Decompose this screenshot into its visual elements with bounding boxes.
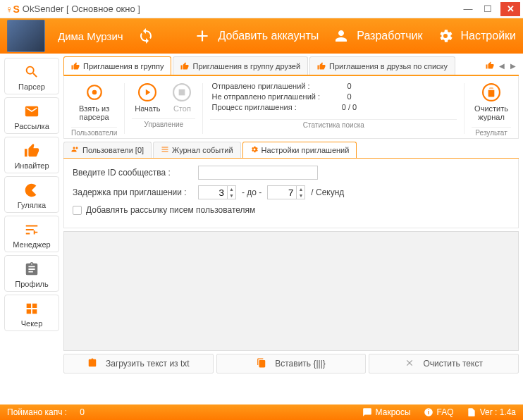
btn-label: Вставить {|||} [275,359,326,369]
window-title: OkSender [ Основное окно ] [23,4,140,14]
play-icon [137,82,158,103]
clear-text-button[interactable]: Очистить текст [369,354,519,373]
close-button[interactable]: ✕ [500,2,520,16]
sidebar-item-mailing[interactable]: Рассылка [4,97,59,134]
sliders-icon [23,221,41,239]
subtab-log[interactable]: Журнал событий [153,142,240,158]
delay-to-stepper[interactable]: ▲▼ [267,185,305,199]
settings-label: Настройки [461,30,516,42]
btn-label: Взять из парсера [79,104,109,121]
spin-up-icon[interactable]: ▲ [297,186,304,192]
take-from-parser-button[interactable]: Взять из парсера [76,80,112,123]
delay-from-input[interactable] [199,186,227,199]
macros-label: Макросы [376,407,411,417]
add-accounts-button[interactable]: Добавить аккаунты [192,26,319,46]
delay-to-input[interactable] [268,186,296,199]
spin-up-icon[interactable]: ▲ [228,186,235,192]
spin-down-icon[interactable]: ▼ [297,192,304,199]
subtab-users[interactable]: Пользователи [0] [63,142,152,158]
sidebar-item-profile[interactable]: Профиль [4,255,59,292]
header: Дима Мурзич Добавить аккаунты Разработчи… [0,18,523,54]
btn-label: Стоп [173,104,191,113]
svg-text:i: i [427,409,429,416]
svg-point-1 [92,90,97,95]
users-icon [71,145,80,155]
delay-unit: / Секунд [311,187,344,197]
stat-notsent-value: 0 [331,92,367,101]
stats-block: Отправлено приглашений :0 Не отправлено … [210,80,368,115]
developer-button[interactable]: Разработчик [331,26,422,46]
sidebar: Парсер Рассылка Инвайтер Гулялка Менедже… [0,54,63,404]
statusbar: Поймано капч : 0 Макросы i FAQ Ver : 1.4… [0,404,523,420]
tab-scroll-left[interactable]: ◀ [496,62,507,70]
list-icon [161,145,169,155]
group-label-control: Управление [132,118,195,128]
tab-label: Приглашения в друзья по списку [329,62,448,70]
titlebar: ♀S OkSender [ Основное окно ] — ☐ ✕ [0,0,523,18]
refresh-icon [136,26,156,46]
sidebar-item-checker[interactable]: Чекер [4,295,59,331]
developer-label: Разработчик [357,30,422,42]
group-label-result: Результат [472,127,511,137]
start-button[interactable]: Начать [132,80,163,114]
spin-down-icon[interactable]: ▼ [228,192,235,199]
version-text: Ver : 1.4a [480,407,516,417]
svg-rect-4 [179,89,185,96]
clipboard-icon [23,260,41,278]
thumb-up-icon [180,62,189,70]
paste-macro-button[interactable]: Вставить {|||} [216,354,367,373]
gear-icon [436,26,455,46]
mailing-checkbox-row[interactable]: Добавлять рассылку писем пользователям [73,205,510,215]
avatar [7,20,45,52]
tab-invite-friends-group[interactable]: Приглашения в группу друзей [173,56,308,75]
checkbox-label: Добавлять рассылку писем пользователям [86,205,255,215]
tab-invite-friends-list[interactable]: Приглашения в друзья по списку [309,56,455,75]
x-icon [405,358,414,370]
stop-button[interactable]: Стоп [168,80,195,114]
community-id-input[interactable] [198,166,318,180]
load-txt-button[interactable]: Загрузить текст из txt [63,354,214,373]
message-textarea[interactable] [63,231,519,351]
sidebar-item-manager[interactable]: Менеджер [4,216,59,252]
faq-button[interactable]: i FAQ [424,407,454,417]
stop-icon [171,82,192,103]
sidebar-item-inviter[interactable]: Инвайтер [4,137,59,173]
captcha-label: Поймано капч : [7,407,67,417]
sidebar-label: Рассылка [14,122,49,130]
sidebar-label: Профиль [15,280,49,288]
stat-process-label: Процесс приглашения : [211,103,331,111]
doc-icon [467,407,476,417]
tab-invite-group[interactable]: Приглашения в группу [63,56,171,75]
group-label-users: Пользователи [71,127,117,137]
settings-button[interactable]: Настройки [436,26,516,46]
subtab-settings[interactable]: Настройки приглашений [242,142,357,158]
delay-separator: - до - [242,187,262,197]
checkbox-icon[interactable] [73,206,82,215]
thumb-up-icon [23,142,41,160]
toolbar: Взять из парсера Пользователи Начать Сто… [63,76,519,139]
trash-icon [481,82,502,103]
pacman-icon [23,181,41,199]
sub-tabs: Пользователи [0] Журнал событий Настройк… [63,142,519,159]
refresh-button[interactable] [136,26,156,46]
search-icon [23,63,41,81]
group-label-stats: Статистика поиска [210,119,457,129]
maximize-button[interactable]: ☐ [478,2,498,16]
chat-icon [362,407,372,417]
minimize-button[interactable]: — [458,2,478,16]
sidebar-item-walker[interactable]: Гулялка [4,176,59,213]
delay-from-stepper[interactable]: ▲▼ [198,185,236,199]
username: Дима Мурзич [58,30,123,42]
faq-label: FAQ [437,407,454,417]
tab-overflow-icon[interactable] [484,61,496,70]
plus-icon [192,26,212,46]
clear-log-button[interactable]: Очистить журнал [472,80,511,123]
macros-button[interactable]: Макросы [362,407,411,417]
thumb-up-icon [71,62,80,70]
btn-label: Очистить текст [423,359,483,369]
settings-panel: Введите ID сообщества : Задержка при при… [63,159,519,228]
stat-sent-value: 0 [331,82,367,90]
tab-scroll-right[interactable]: ▶ [507,62,519,70]
tab-label: Приглашения в группу [83,62,164,70]
sidebar-item-parser[interactable]: Парсер [4,58,59,94]
